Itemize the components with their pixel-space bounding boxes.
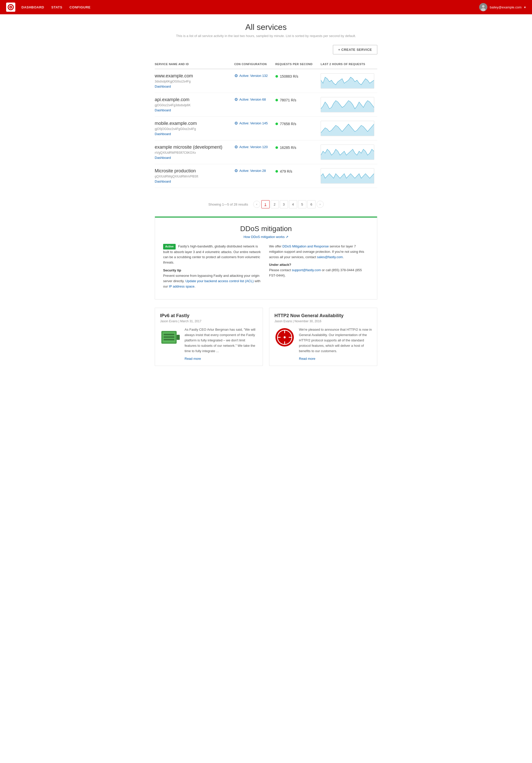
pagination-prev[interactable]: ‹ — [253, 201, 261, 208]
page-btn-5[interactable]: 5 — [298, 200, 306, 208]
service-info-3: example microsite (development) nVgQXIUd… — [155, 141, 234, 164]
under-attack-heading: Under attack? — [269, 263, 369, 267]
service-name-2: mobile.example.com — [155, 121, 231, 126]
service-dashboard-3[interactable]: Dashboard — [155, 156, 171, 160]
blog-read-more-1[interactable]: Read more — [299, 357, 372, 361]
service-sparkline-0 — [321, 69, 377, 93]
service-name-4: Microsite production — [155, 168, 231, 174]
table-row: api.example.com gjOG0oz2s4Fg3dsdsdp6K Da… — [155, 93, 377, 117]
fastly-logo[interactable] — [6, 3, 15, 12]
ddos-left: Active Fastly's high-bandwidth, globally… — [163, 244, 263, 292]
nav-stats[interactable]: STATS — [51, 5, 62, 9]
cdn-version-4: Active: Version 28 — [240, 169, 266, 172]
blog-title-1: HTTP2 Now General Availability — [274, 313, 372, 318]
service-info-2: mobile.example.com gjO5jOG0oz2s4FgG0oz2s… — [155, 117, 234, 141]
acl-link[interactable]: Update your backend access control list … — [185, 279, 254, 283]
service-sparkline-4 — [321, 164, 377, 188]
service-info-1: api.example.com gjOG0oz2s4Fg3dsdsdp6K Da… — [155, 93, 234, 117]
rps-value-1: 78071 R/s — [280, 98, 296, 102]
cdn-config-2[interactable]: ⚙ Active: Version 145 — [234, 121, 272, 126]
service-rps-3: 16285 R/s — [275, 141, 321, 164]
table-row: Microsite production gQXIUdRWgQXIUdRWnVP… — [155, 164, 377, 188]
page-btn-6[interactable]: 6 — [307, 200, 316, 208]
ddos-service-link[interactable]: DDoS Mitigation and Response — [282, 244, 329, 248]
blog-body-0: As Fastly CEO Artur Bergman has said, "W… — [160, 327, 258, 361]
service-dashboard-0[interactable]: Dashboard — [155, 84, 171, 88]
cdn-config-4[interactable]: ⚙ Active: Version 28 — [234, 168, 272, 173]
rps-status-dot-0 — [275, 75, 278, 78]
cdn-version-2: Active: Version 145 — [240, 121, 268, 125]
cdn-version-1: Active: Version 68 — [240, 98, 266, 101]
blog-icon-0 — [160, 327, 180, 348]
nav-configure[interactable]: CONFIGURE — [69, 5, 91, 9]
cdn-config-0[interactable]: ⚙ Active: Version 132 — [234, 73, 272, 78]
rps-value-0: 150883 R/s — [280, 74, 298, 78]
svg-rect-10 — [163, 339, 174, 340]
svg-point-4 — [482, 5, 484, 8]
ddos-right-text: We offer DDoS Mitigation and Response se… — [269, 244, 369, 260]
pagination-next[interactable]: › — [317, 201, 324, 208]
service-dashboard-4[interactable]: Dashboard — [155, 179, 171, 183]
config-icon-1: ⚙ — [234, 97, 238, 102]
ddos-main-text: Active Fastly's high-bandwidth, globally… — [163, 244, 263, 265]
service-info-0: www.example.com 3dsdsdp6KgjOG0oz2s4Fg Da… — [155, 69, 234, 93]
rps-status-dot-3 — [275, 146, 278, 149]
page-btn-4[interactable]: 4 — [289, 200, 297, 208]
sales-link[interactable]: sales@fastly.com — [317, 255, 343, 259]
service-cdn-1: ⚙ Active: Version 68 — [234, 93, 275, 117]
page-btn-1[interactable]: 1 — [262, 200, 269, 208]
service-sparkline-1 — [321, 93, 377, 117]
col-last-2hrs: LAST 2 HOURS OF REQUESTS — [321, 60, 377, 69]
ddos-title: DDoS mitigation — [163, 225, 369, 233]
blog-meta-0: Jason Evans | March 31, 2017 — [160, 319, 258, 323]
table-row: example microsite (development) nVgQXIUd… — [155, 141, 377, 164]
col-rps: REQUESTS PER SECOND — [275, 60, 321, 69]
svg-rect-11 — [177, 335, 180, 340]
ip-space-link[interactable]: IP address space — [169, 284, 194, 288]
table-row: www.example.com 3dsdsdp6KgjOG0oz2s4Fg Da… — [155, 69, 377, 93]
ddos-security-heading: Security tip — [163, 269, 263, 272]
service-sparkline-3 — [321, 141, 377, 164]
ddos-how-link[interactable]: How DDoS mitigation works ⇗ — [163, 235, 369, 239]
create-service-button[interactable]: + CREATE SERVICE — [333, 45, 377, 54]
col-service-name: SERVICE NAME AND ID — [155, 60, 234, 69]
ddos-section: DDoS mitigation How DDoS mitigation work… — [155, 217, 377, 299]
nav-dashboard[interactable]: DASHBOARD — [22, 5, 44, 9]
svg-rect-9 — [163, 336, 174, 338]
nav-user[interactable]: bailey@example.com ▾ — [479, 3, 526, 11]
service-dashboard-1[interactable]: Dashboard — [155, 108, 171, 112]
blog-title-0: IPv6 at Fastly — [160, 313, 258, 318]
ddos-right: We offer DDoS Mitigation and Response se… — [269, 244, 369, 292]
service-sparkline-2 — [321, 117, 377, 141]
service-rps-1: 78071 R/s — [275, 93, 321, 117]
service-name-0: www.example.com — [155, 73, 231, 79]
cdn-config-1[interactable]: ⚙ Active: Version 68 — [234, 97, 272, 102]
service-id-4: gQXIUdRWgQXIUdRWnVPBSft — [155, 175, 231, 178]
toolbar: + CREATE SERVICE — [155, 45, 377, 54]
svg-point-14 — [284, 336, 286, 338]
svg-rect-8 — [163, 334, 174, 335]
blog-text-area-0: As Fastly CEO Artur Bergman has said, "W… — [184, 327, 258, 361]
rps-value-4: 479 R/s — [280, 169, 292, 173]
sparkline-chart-3 — [321, 145, 374, 160]
blog-body-1: We're pleased to announce that HTTP/2 is… — [274, 327, 372, 361]
support-link[interactable]: support@fastly.com — [292, 268, 321, 272]
cdn-config-3[interactable]: ⚙ Active: Version 120 — [234, 145, 272, 150]
service-dashboard-2[interactable]: Dashboard — [155, 132, 171, 136]
ddos-security-text: Prevent someone from bypassing Fastly an… — [163, 273, 263, 289]
page-btn-2[interactable]: 2 — [270, 200, 279, 208]
sparkline-chart-1 — [321, 97, 374, 112]
main-content: All services This is a list of all servi… — [149, 14, 383, 374]
cdn-version-0: Active: Version 132 — [240, 74, 268, 78]
sparkline-chart-2 — [321, 121, 374, 136]
sparkline-chart-0 — [321, 73, 374, 89]
service-cdn-4: ⚙ Active: Version 28 — [234, 164, 275, 188]
pagination: Showing 1—5 of 28 results ‹ 123456 › — [155, 196, 377, 217]
cdn-version-3: Active: Version 120 — [240, 145, 268, 149]
blog-read-more-0[interactable]: Read more — [184, 357, 258, 361]
http2-icon — [274, 327, 295, 348]
active-badge: Active — [163, 244, 176, 250]
pagination-info: Showing 1—5 of 28 results — [208, 202, 248, 206]
page-btn-3[interactable]: 3 — [280, 200, 288, 208]
user-avatar — [479, 3, 487, 11]
